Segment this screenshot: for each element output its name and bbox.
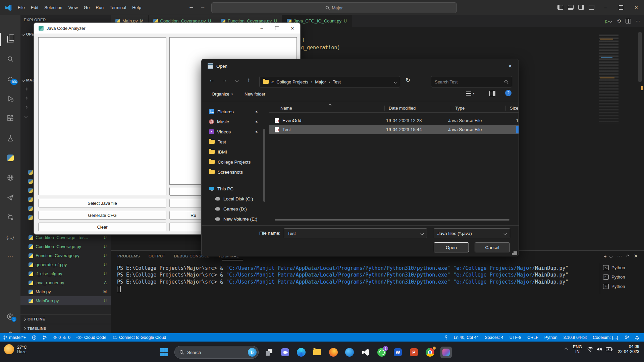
address-dropdown-icon[interactable]	[394, 80, 397, 83]
file-row[interactable]: generate_cfg.pyU	[20, 260, 111, 269]
cloud-code-item[interactable]: </>Cloud Code	[76, 335, 106, 340]
col-type[interactable]: Type	[451, 106, 505, 111]
preview-pane-icon[interactable]	[489, 91, 495, 96]
editor-more-actions-icon[interactable]: ⋯	[636, 18, 640, 23]
sidebar-scrollbar[interactable]	[263, 129, 265, 202]
outline-section[interactable]: OUTLINE	[20, 314, 111, 323]
taskbar-search[interactable]: Search b	[174, 346, 259, 359]
horizontal-scrollbar[interactable]	[275, 219, 509, 221]
cancel-button[interactable]: Cancel	[475, 242, 510, 252]
chrome-button[interactable]	[424, 347, 436, 358]
sidebar-games-d[interactable]: Games (D:)	[202, 204, 263, 214]
search-icon[interactable]	[0, 51, 20, 67]
sidebar-videos[interactable]: Videos✦	[202, 127, 263, 137]
sidebar-local-disk-c[interactable]: Local Disk (C:)	[202, 194, 263, 204]
file-type-combo[interactable]: Java files (*.java)	[434, 228, 510, 238]
language-indicator[interactable]: ENGIN	[573, 345, 582, 354]
col-date-modified[interactable]: Date modified	[384, 106, 451, 111]
dialog-titlebar[interactable]: Open ✕	[202, 59, 519, 73]
sidebar-screenshots[interactable]: Screenshots	[202, 167, 263, 177]
menu-view[interactable]: View	[65, 3, 81, 12]
history-forward-button[interactable]: →	[200, 3, 206, 10]
blue-app-button[interactable]	[344, 347, 355, 358]
analyzer-close-button[interactable]: ✕	[285, 26, 300, 31]
python-interpreter-item[interactable]: 3.10.8 64-bit	[564, 335, 587, 340]
feedback-item[interactable]	[624, 335, 629, 340]
terminal-instance[interactable]: >_Python	[603, 263, 625, 272]
sidebar-college-projects[interactable]: College Projects	[202, 157, 263, 167]
run-debug-icon[interactable]	[0, 90, 20, 107]
file-row-evenodd[interactable]: EvenOdd 19-04-2023 12:28 Java Source Fil…	[269, 116, 519, 125]
panel-tab-problems[interactable]: PROBLEMS	[117, 254, 140, 258]
menu-go[interactable]: Go	[81, 3, 93, 12]
word-button[interactable]: W	[392, 347, 404, 358]
split-editor-icon[interactable]	[626, 19, 631, 23]
codeium-item[interactable]: Codeium: {...}	[593, 335, 618, 340]
indentation-item[interactable]: Spaces: 4	[485, 335, 503, 340]
chevron-right-icon[interactable]	[24, 87, 28, 91]
chevron-right-icon[interactable]	[24, 97, 28, 100]
file-row[interactable]: Condition_Coverage.pyU	[20, 242, 111, 251]
select-java-file-button[interactable]: Select Java file	[38, 199, 166, 207]
cursor-position-item[interactable]: Ln 40, Col 44	[454, 335, 479, 340]
git-graph-item[interactable]	[43, 335, 47, 340]
file-row[interactable]: Main.pyM	[20, 287, 111, 296]
window-close-button[interactable]: ✕	[629, 0, 644, 15]
refresh-icon[interactable]: ↻	[406, 77, 410, 84]
clock[interactable]: 04:0922-04-2023	[618, 344, 639, 354]
vscode-button[interactable]	[360, 347, 371, 358]
breadcrumb-collapse[interactable]: «	[271, 79, 274, 84]
organize-menu[interactable]: Organize▾	[212, 92, 233, 97]
tray-status-icons[interactable]	[587, 347, 612, 352]
terminal-instance[interactable]: >_Python	[603, 272, 625, 282]
web-globe-icon[interactable]	[0, 170, 20, 186]
editor-scrollbar[interactable]	[638, 32, 642, 82]
ports-item[interactable]	[444, 335, 448, 340]
address-bar[interactable]: « College Projects › Major › Test	[259, 76, 400, 87]
close-panel-icon[interactable]: ✕	[634, 253, 638, 259]
dialog-close-button[interactable]: ✕	[502, 63, 519, 69]
language-mode-item[interactable]: Python	[544, 335, 557, 340]
edge-button[interactable]	[296, 347, 307, 358]
new-folder-button[interactable]: New folder	[245, 92, 265, 97]
file-row-selected[interactable]: MainDup.pyU	[20, 296, 111, 305]
powerpoint-button[interactable]: P	[408, 347, 420, 358]
firefox-button[interactable]	[328, 347, 339, 358]
menu-selection[interactable]: Selection	[41, 3, 65, 12]
sidebar-pictures[interactable]: Pictures✦	[202, 107, 263, 117]
timeline-section[interactable]: TIMELINE	[20, 324, 111, 333]
menu-edit[interactable]: Edit	[28, 3, 41, 12]
encoding-item[interactable]: UTF-8	[509, 335, 521, 340]
breadcrumb-test[interactable]: Test	[333, 79, 341, 84]
file-name-combo[interactable]: Test	[284, 228, 427, 238]
clear-button[interactable]: Clear	[38, 223, 166, 231]
analyzer-minimize-button[interactable]: –	[254, 26, 269, 31]
nav-recent-dropdown-icon[interactable]	[235, 79, 239, 82]
dialog-search-box[interactable]: Search Test	[431, 76, 512, 87]
chevron-down-icon[interactable]	[24, 115, 28, 118]
run-dropdown-icon[interactable]	[609, 19, 612, 23]
snippets-braces-icon[interactable]: {…}	[0, 229, 20, 245]
menu-terminal[interactable]: Terminal	[107, 3, 129, 12]
explorer-icon[interactable]	[0, 31, 20, 47]
maximize-panel-icon[interactable]	[626, 254, 630, 258]
open-button[interactable]: Open	[434, 242, 469, 252]
terminal-instance[interactable]: >Python	[603, 282, 625, 291]
tray-expand-icon[interactable]	[565, 348, 568, 351]
nav-forward-button[interactable]: →	[222, 77, 227, 83]
menu-file[interactable]: File	[15, 3, 28, 12]
analyzer-titlebar[interactable]: Java Code Analyzer – ✕	[34, 23, 300, 34]
sidebar-this-pc[interactable]: This PC	[202, 184, 263, 194]
col-name[interactable]: Name	[280, 106, 384, 111]
menu-run[interactable]: Run	[93, 3, 107, 12]
help-icon[interactable]: ?	[505, 90, 512, 96]
generate-cfg-button[interactable]: Generate CFG	[38, 211, 166, 220]
menu-help[interactable]: Help	[129, 3, 144, 12]
col-size[interactable]: Size	[505, 106, 519, 111]
sidebar-test[interactable]: Test	[202, 137, 263, 147]
file-explorer-button[interactable]	[312, 347, 323, 358]
panel-tab-output[interactable]: OUTPUT	[149, 254, 165, 258]
run-python-file-button[interactable]: ▷	[605, 18, 609, 24]
minimap[interactable]	[599, 34, 619, 124]
breadcrumb-college-projects[interactable]: College Projects	[276, 79, 308, 84]
